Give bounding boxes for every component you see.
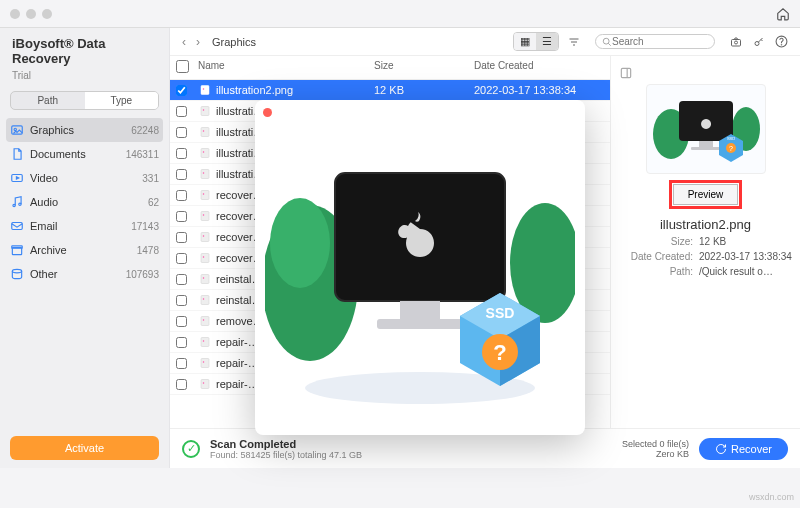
row-checkbox[interactable] (176, 127, 187, 138)
preview-button[interactable]: Preview (673, 184, 739, 205)
traffic-lights[interactable] (10, 9, 52, 19)
row-checkbox[interactable] (176, 295, 187, 306)
video-icon (10, 171, 24, 185)
close-icon[interactable] (263, 108, 272, 117)
path-type-segment[interactable]: Path Type (10, 91, 159, 110)
row-size: 12 KB (374, 84, 474, 96)
svg-text:?: ? (493, 340, 506, 365)
row-checkbox[interactable] (176, 358, 187, 369)
row-checkbox[interactable] (176, 379, 187, 390)
svg-rect-43 (201, 338, 209, 347)
selected-size: Zero KB (622, 449, 689, 459)
preview-panel: ? SSD Preview illustration2.png Size:12 … (610, 56, 800, 428)
close-window-dot[interactable] (10, 9, 20, 19)
archive-icon (10, 243, 24, 257)
svg-rect-45 (201, 359, 209, 368)
sidebar-item-video[interactable]: Video331 (0, 166, 169, 190)
maximize-window-dot[interactable] (42, 9, 52, 19)
svg-text:?: ? (729, 145, 733, 152)
file-icon (198, 125, 212, 139)
svg-rect-19 (201, 86, 209, 95)
svg-point-15 (735, 41, 738, 44)
preview-toggle-icon[interactable] (619, 66, 633, 80)
svg-point-22 (203, 109, 205, 111)
svg-point-30 (203, 193, 205, 195)
row-checkbox[interactable] (176, 253, 187, 264)
svg-point-32 (203, 214, 205, 216)
home-icon[interactable] (776, 7, 790, 21)
row-checkbox[interactable] (176, 169, 187, 180)
sidebar-item-archive[interactable]: Archive1478 (0, 238, 169, 262)
camera-icon[interactable] (727, 36, 745, 48)
sidebar-item-other[interactable]: Other107693 (0, 262, 169, 286)
view-grid-icon[interactable]: ▦ (514, 33, 536, 50)
search-icon (602, 37, 612, 47)
sidebar-item-label: Audio (30, 196, 142, 208)
svg-point-34 (203, 235, 205, 237)
key-icon[interactable] (751, 35, 767, 49)
segment-type[interactable]: Type (85, 92, 159, 109)
svg-line-13 (608, 43, 611, 46)
minimize-window-dot[interactable] (26, 9, 36, 19)
file-icon (198, 356, 212, 370)
sidebar-item-documents[interactable]: Documents146311 (0, 142, 169, 166)
preview-window[interactable]: SSD ? (255, 100, 585, 435)
svg-point-44 (203, 340, 205, 342)
row-checkbox[interactable] (176, 190, 187, 201)
scan-complete-icon: ✓ (182, 440, 200, 458)
svg-point-46 (203, 361, 205, 363)
file-icon (198, 251, 212, 265)
svg-point-1 (14, 128, 16, 130)
sidebar-item-count: 331 (142, 173, 159, 184)
sidebar-item-label: Archive (30, 244, 131, 256)
table-row[interactable]: illustration2.png12 KB2022-03-17 13:38:3… (170, 80, 610, 101)
row-checkbox[interactable] (176, 232, 187, 243)
svg-rect-5 (12, 223, 23, 230)
recover-button[interactable]: Recover (699, 438, 788, 460)
filter-icon[interactable] (565, 36, 583, 48)
svg-point-36 (203, 256, 205, 258)
audio-icon (10, 195, 24, 209)
row-checkbox[interactable] (176, 274, 187, 285)
nav-back-icon[interactable]: ‹ (180, 35, 188, 49)
svg-rect-23 (201, 128, 209, 137)
row-checkbox[interactable] (176, 85, 187, 96)
sidebar-item-audio[interactable]: Audio62 (0, 190, 169, 214)
row-checkbox[interactable] (176, 148, 187, 159)
sidebar-item-email[interactable]: Email17143 (0, 214, 169, 238)
svg-rect-35 (201, 254, 209, 263)
help-icon[interactable] (773, 35, 790, 48)
svg-rect-29 (201, 191, 209, 200)
svg-point-28 (203, 172, 205, 174)
sidebar-item-graphics[interactable]: Graphics62248 (6, 118, 163, 142)
svg-point-40 (203, 298, 205, 300)
mail-icon (10, 219, 24, 233)
file-icon (198, 230, 212, 244)
select-all-checkbox[interactable] (176, 60, 189, 73)
sidebar-item-count: 146311 (126, 149, 159, 160)
activate-button[interactable]: Activate (10, 436, 159, 460)
col-date[interactable]: Date Created (474, 60, 604, 75)
watermark: wsxdn.com (749, 492, 794, 502)
preview-date-label: Date Created: (619, 251, 699, 262)
row-checkbox[interactable] (176, 316, 187, 327)
scan-status-title: Scan Completed (210, 438, 362, 450)
col-name[interactable]: Name (198, 60, 374, 75)
image-icon (10, 123, 24, 137)
file-icon (198, 314, 212, 328)
row-checkbox[interactable] (176, 106, 187, 117)
segment-path[interactable]: Path (11, 92, 85, 109)
svg-point-18 (781, 44, 782, 45)
row-checkbox[interactable] (176, 337, 187, 348)
sidebar-item-label: Other (30, 268, 120, 280)
file-icon (198, 209, 212, 223)
col-size[interactable]: Size (374, 60, 474, 75)
row-checkbox[interactable] (176, 211, 187, 222)
search-field[interactable] (612, 36, 692, 47)
file-icon (198, 377, 212, 391)
search-input[interactable] (595, 34, 715, 49)
view-list-icon[interactable]: ☰ (536, 33, 558, 50)
svg-text:SSD: SSD (726, 136, 734, 141)
svg-point-3 (13, 204, 15, 206)
nav-forward-icon[interactable]: › (194, 35, 202, 49)
